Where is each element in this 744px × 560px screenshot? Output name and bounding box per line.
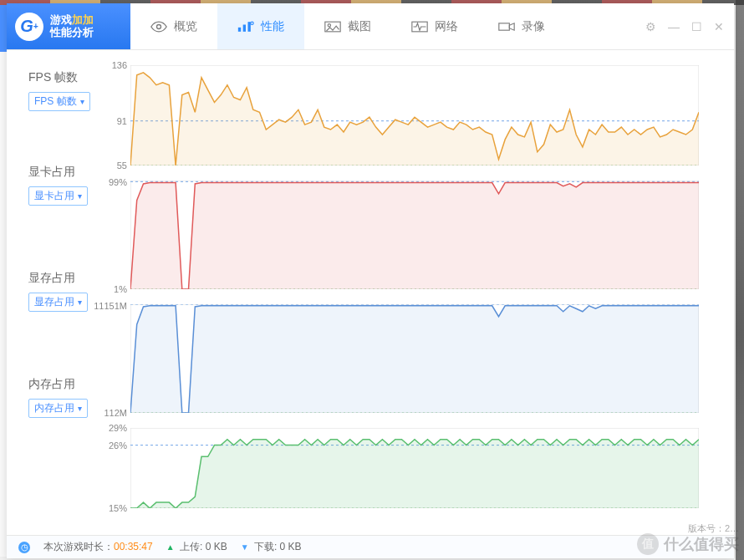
logo-text: 游戏加加 性能分析 — [50, 14, 94, 39]
tab-performance[interactable]: 性能 — [217, 3, 304, 49]
metric-mem-select[interactable]: 内存占用 — [28, 399, 88, 418]
app-logo: G+ 游戏加加 性能分析 — [7, 3, 130, 49]
tab-network[interactable]: 网络 — [391, 3, 478, 49]
svg-point-0 — [157, 24, 161, 28]
y-tick-label: 29% — [109, 423, 127, 433]
status-bar: ◷ 本次游戏时长：00:35:47 上传: 0 KB 下载: 0 KB — [7, 535, 734, 558]
image-icon — [324, 20, 341, 33]
y-tick-label: 99% — [109, 177, 127, 187]
svg-rect-2 — [243, 24, 246, 31]
minimize-icon[interactable]: — — [668, 20, 680, 33]
charts-area: 1369155 99%1% 11151M112M 29%26%15% — [130, 50, 734, 535]
tab-screenshot-label: 截图 — [348, 19, 371, 34]
y-tick-label: 15% — [109, 503, 127, 513]
svg-rect-8 — [499, 23, 510, 29]
bars-icon — [237, 20, 254, 33]
logo-line2: 性能分析 — [50, 27, 94, 39]
chart-gpu: 99%1% — [130, 181, 711, 289]
y-tick-label: 112M — [104, 408, 127, 418]
tabs: 概览 性能 截图 网络 录像 — [130, 3, 645, 49]
tab-record-label: 录像 — [522, 19, 545, 34]
svg-point-6 — [328, 23, 330, 26]
y-tick-label: 26% — [109, 440, 127, 451]
tab-network-label: 网络 — [435, 19, 458, 34]
session-time: 00:35:47 — [114, 541, 153, 552]
close-icon[interactable]: ✕ — [714, 20, 724, 33]
tab-screenshot[interactable]: 截图 — [304, 3, 391, 49]
metric-mem-title: 内存占用 — [28, 377, 130, 392]
app-window: G+ 游戏加加 性能分析 概览 性能 截图 网络 — [7, 3, 734, 558]
chart-fps: 1369155 — [130, 65, 711, 165]
settings-icon[interactable]: ⚙ — [645, 20, 656, 33]
window-controls: ⚙ — ☐ ✕ — [645, 3, 734, 49]
tab-overview-label: 概览 — [174, 19, 197, 34]
camera-icon — [498, 20, 515, 33]
logo-icon: G+ — [15, 13, 43, 41]
metric-fps: FPS 帧数 FPS 帧数 — [28, 70, 130, 111]
metric-sidebar: FPS 帧数 FPS 帧数 显卡占用 显卡占用 显存占用 显存占用 内存占用 内… — [7, 50, 130, 535]
chart-mem: 29%26%15% — [130, 428, 711, 508]
svg-rect-1 — [238, 27, 241, 31]
logo-line1a: 游戏 — [50, 13, 72, 26]
metric-fps-title: FPS 帧数 — [28, 70, 130, 85]
metric-fps-select[interactable]: FPS 帧数 — [28, 92, 90, 111]
maximize-icon[interactable]: ☐ — [691, 20, 702, 33]
y-tick-label: 55 — [117, 160, 127, 171]
clock-icon: ◷ — [18, 542, 30, 553]
tab-performance-label: 性能 — [261, 19, 284, 34]
body: FPS 帧数 FPS 帧数 显卡占用 显卡占用 显存占用 显存占用 内存占用 内… — [7, 50, 734, 535]
chart-vram: 11151M112M — [130, 304, 711, 413]
y-tick-label: 1% — [114, 284, 127, 294]
y-tick-label: 11151M — [94, 301, 127, 311]
metric-gpu-select[interactable]: 显卡占用 — [28, 186, 88, 206]
eye-icon — [150, 20, 167, 33]
upload-stat: 上传: 0 KB — [166, 540, 227, 554]
tab-overview[interactable]: 概览 — [130, 3, 217, 49]
metric-vram-select[interactable]: 显存占用 — [28, 293, 88, 312]
version-text: 版本号：2… — [688, 522, 739, 535]
session-label: 本次游戏时长：00:35:47 — [43, 540, 153, 554]
pulse-icon — [411, 20, 428, 33]
tab-record[interactable]: 录像 — [478, 3, 565, 49]
header: G+ 游戏加加 性能分析 概览 性能 截图 网络 — [7, 3, 734, 50]
y-tick-label: 91 — [117, 116, 127, 126]
download-stat: 下载: 0 KB — [241, 540, 302, 554]
y-tick-label: 136 — [112, 60, 127, 70]
svg-point-4 — [251, 22, 253, 24]
logo-line1b: 加加 — [72, 13, 94, 26]
